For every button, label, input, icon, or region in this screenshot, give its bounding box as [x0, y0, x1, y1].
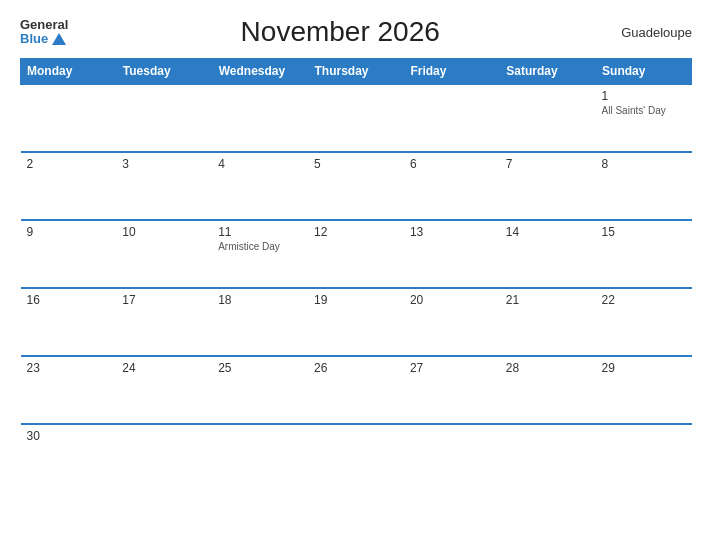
day-header-sunday: Sunday: [596, 59, 692, 85]
day-number: 26: [314, 361, 398, 375]
day-number: 7: [506, 157, 590, 171]
day-header-tuesday: Tuesday: [116, 59, 212, 85]
day-number: 19: [314, 293, 398, 307]
day-header-saturday: Saturday: [500, 59, 596, 85]
day-number: 12: [314, 225, 398, 239]
day-header-monday: Monday: [21, 59, 117, 85]
calendar-cell: [116, 84, 212, 152]
calendar-cell: 5: [308, 152, 404, 220]
day-number: 3: [122, 157, 206, 171]
calendar-cell: 14: [500, 220, 596, 288]
logo-blue-text: Blue: [20, 32, 48, 46]
holiday-name: All Saints' Day: [602, 105, 686, 116]
calendar-cell: 8: [596, 152, 692, 220]
day-number: 4: [218, 157, 302, 171]
calendar-cell: [308, 424, 404, 479]
day-number: 30: [27, 429, 111, 443]
calendar-week-row: 30: [21, 424, 692, 479]
calendar-cell: 15: [596, 220, 692, 288]
day-number: 11: [218, 225, 302, 239]
calendar-cell: 6: [404, 152, 500, 220]
calendar-cell: 4: [212, 152, 308, 220]
calendar-week-row: 16171819202122: [21, 288, 692, 356]
calendar-cell: [212, 424, 308, 479]
calendar-cell: 18: [212, 288, 308, 356]
calendar-cell: [404, 84, 500, 152]
calendar-week-row: 23242526272829: [21, 356, 692, 424]
day-number: 2: [27, 157, 111, 171]
day-number: 14: [506, 225, 590, 239]
calendar-cell: 13: [404, 220, 500, 288]
calendar-cell: 27: [404, 356, 500, 424]
calendar-week-row: 91011Armistice Day12131415: [21, 220, 692, 288]
calendar-cell: [212, 84, 308, 152]
calendar-cell: 20: [404, 288, 500, 356]
day-number: 23: [27, 361, 111, 375]
calendar-cell: 25: [212, 356, 308, 424]
day-number: 17: [122, 293, 206, 307]
calendar-cell: 1All Saints' Day: [596, 84, 692, 152]
day-number: 16: [27, 293, 111, 307]
day-number: 27: [410, 361, 494, 375]
calendar-cell: 30: [21, 424, 117, 479]
calendar-table: MondayTuesdayWednesdayThursdayFridaySatu…: [20, 58, 692, 479]
calendar-cell: 19: [308, 288, 404, 356]
logo-triangle-icon: [52, 33, 66, 45]
day-number: 18: [218, 293, 302, 307]
logo-general-text: General: [20, 18, 68, 32]
calendar-cell: [21, 84, 117, 152]
calendar-cell: [500, 424, 596, 479]
calendar-cell: 16: [21, 288, 117, 356]
calendar-header-row: MondayTuesdayWednesdayThursdayFridaySatu…: [21, 59, 692, 85]
calendar-cell: 9: [21, 220, 117, 288]
calendar-cell: 23: [21, 356, 117, 424]
calendar-cell: [308, 84, 404, 152]
day-number: 9: [27, 225, 111, 239]
day-number: 21: [506, 293, 590, 307]
day-number: 25: [218, 361, 302, 375]
day-number: 15: [602, 225, 686, 239]
day-number: 13: [410, 225, 494, 239]
calendar-cell: 28: [500, 356, 596, 424]
day-number: 29: [602, 361, 686, 375]
day-header-wednesday: Wednesday: [212, 59, 308, 85]
calendar-cell: 29: [596, 356, 692, 424]
calendar-cell: 12: [308, 220, 404, 288]
calendar-cell: 24: [116, 356, 212, 424]
calendar-cell: 21: [500, 288, 596, 356]
calendar-cell: 17: [116, 288, 212, 356]
day-number: 6: [410, 157, 494, 171]
calendar-cell: 11Armistice Day: [212, 220, 308, 288]
region-label: Guadeloupe: [612, 25, 692, 40]
calendar-cell: 7: [500, 152, 596, 220]
day-number: 20: [410, 293, 494, 307]
day-number: 8: [602, 157, 686, 171]
calendar-cell: [404, 424, 500, 479]
calendar-cell: 22: [596, 288, 692, 356]
calendar-cell: 26: [308, 356, 404, 424]
day-number: 28: [506, 361, 590, 375]
holiday-name: Armistice Day: [218, 241, 302, 252]
day-number: 5: [314, 157, 398, 171]
calendar-container: General Blue November 2026 Guadeloupe Mo…: [0, 0, 712, 550]
day-header-thursday: Thursday: [308, 59, 404, 85]
day-header-friday: Friday: [404, 59, 500, 85]
day-number: 22: [602, 293, 686, 307]
calendar-week-row: 1All Saints' Day: [21, 84, 692, 152]
calendar-cell: 10: [116, 220, 212, 288]
calendar-title: November 2026: [68, 16, 612, 48]
day-number: 1: [602, 89, 686, 103]
calendar-cell: 3: [116, 152, 212, 220]
day-number: 10: [122, 225, 206, 239]
calendar-week-row: 2345678: [21, 152, 692, 220]
calendar-body: 1All Saints' Day234567891011Armistice Da…: [21, 84, 692, 479]
logo-blue-row: Blue: [20, 32, 68, 46]
logo: General Blue: [20, 18, 68, 47]
calendar-cell: [500, 84, 596, 152]
calendar-cell: 2: [21, 152, 117, 220]
calendar-cell: [596, 424, 692, 479]
day-number: 24: [122, 361, 206, 375]
header: General Blue November 2026 Guadeloupe: [20, 16, 692, 48]
calendar-cell: [116, 424, 212, 479]
